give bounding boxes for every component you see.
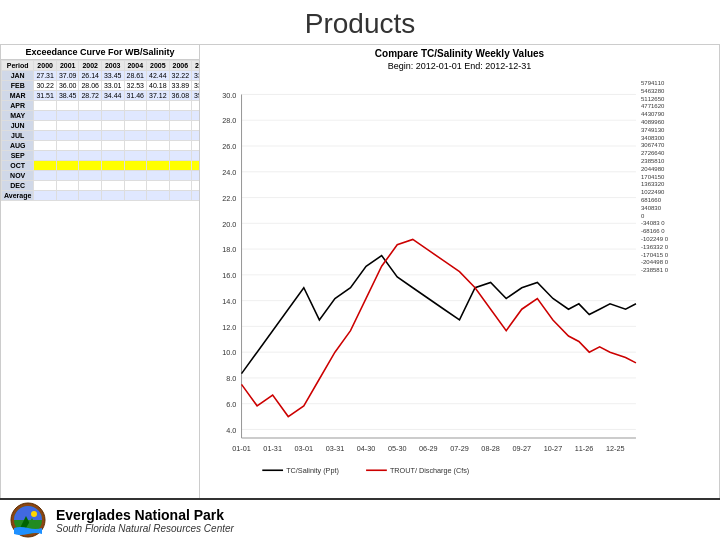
cell-value: 38.45: [56, 91, 79, 101]
left-panel: Exceedance Curve For WB/Salinity Period …: [0, 44, 200, 504]
cell-period: SEP: [2, 151, 34, 161]
cell-value: [34, 181, 57, 191]
table-row: MAY: [2, 111, 201, 121]
col-header-2006: 2006: [169, 61, 192, 71]
svg-text:22.0: 22.0: [222, 194, 236, 203]
cell-period: APR: [2, 101, 34, 111]
cell-value: 31.51: [34, 91, 57, 101]
svg-text:30.0: 30.0: [222, 91, 236, 100]
cell-value: [101, 131, 124, 141]
svg-text:20.0: 20.0: [222, 219, 236, 228]
col-header-2000: 2000: [34, 61, 57, 71]
cell-value: 33.47: [192, 81, 200, 91]
cell-value: [101, 101, 124, 111]
cell-value: 31.46: [124, 91, 147, 101]
svg-text:09-27: 09-27: [513, 444, 532, 453]
cell-value: [56, 101, 79, 111]
cell-value: [147, 161, 170, 171]
cell-period: AUG: [2, 141, 34, 151]
cell-value: [101, 151, 124, 161]
cell-value: [34, 141, 57, 151]
cell-value: [169, 121, 192, 131]
footer-text: Everglades National Park South Florida N…: [56, 507, 234, 534]
cell-value: [79, 101, 102, 111]
legend-value: 2726640: [639, 150, 719, 158]
svg-text:24.0: 24.0: [222, 168, 236, 177]
cell-value: [169, 161, 192, 171]
legend-value: 2044980: [639, 166, 719, 174]
table-body: JAN27.3137.0926.1433.4528.6142.4432.2233…: [2, 71, 201, 201]
legend-value: 4089960: [639, 119, 719, 127]
cell-value: [169, 111, 192, 121]
cell-period: Average: [2, 191, 34, 201]
cell-value: [147, 191, 170, 201]
cell-value: [124, 191, 147, 201]
svg-text:07-29: 07-29: [450, 444, 469, 453]
svg-text:12-25: 12-25: [606, 444, 625, 453]
cell-value: 35.10: [192, 91, 200, 101]
svg-text:10.0: 10.0: [222, 348, 236, 357]
col-header-period: Period: [2, 61, 34, 71]
cell-period: JAN: [2, 71, 34, 81]
right-legend: 5794110546328051126504771620443079040899…: [639, 80, 719, 275]
col-header-2004: 2004: [124, 61, 147, 71]
cell-value: 28.72: [79, 91, 102, 101]
legend-value: 1704150: [639, 174, 719, 182]
legend-value: 5794110: [639, 80, 719, 88]
col-header-2005: 2005: [147, 61, 170, 71]
page-title: Products: [0, 0, 720, 44]
svg-text:18.0: 18.0: [222, 245, 236, 254]
cell-value: [101, 191, 124, 201]
legend-value: -238581 0: [639, 267, 719, 275]
cell-value: 37.09: [56, 71, 79, 81]
exceedance-title: Exceedance Curve For WB/Salinity: [1, 45, 199, 60]
cell-period: JUN: [2, 121, 34, 131]
cell-value: [192, 141, 200, 151]
legend-value: 5463280: [639, 88, 719, 96]
table-row: JUL: [2, 131, 201, 141]
cell-value: [34, 191, 57, 201]
table-row: OCT: [2, 161, 201, 171]
main-content: Exceedance Curve For WB/Salinity Period …: [0, 44, 720, 504]
cell-value: [169, 181, 192, 191]
cell-value: 40.18: [147, 81, 170, 91]
cell-value: 37.12: [147, 91, 170, 101]
cell-value: [147, 151, 170, 161]
svg-text:05-30: 05-30: [388, 444, 407, 453]
cell-value: [79, 191, 102, 201]
svg-text:16.0: 16.0: [222, 271, 236, 280]
cell-value: 33.45: [101, 71, 124, 81]
legend-value: 3408300: [639, 135, 719, 143]
svg-text:TC/Salinity (Ppt): TC/Salinity (Ppt): [286, 466, 339, 475]
cell-value: [101, 121, 124, 131]
svg-point-49: [31, 511, 37, 517]
cell-value: [79, 111, 102, 121]
cell-value: [56, 191, 79, 201]
svg-text:TROUT/ Discharge (Cfs): TROUT/ Discharge (Cfs): [390, 466, 469, 475]
cell-value: [192, 121, 200, 131]
cell-period: DEC: [2, 181, 34, 191]
cell-value: [169, 171, 192, 181]
cell-value: [192, 191, 200, 201]
table-row: SEP: [2, 151, 201, 161]
svg-text:28.0: 28.0: [222, 116, 236, 125]
legend-value: 681660: [639, 197, 719, 205]
cell-value: 33.01: [101, 81, 124, 91]
cell-value: [147, 101, 170, 111]
cell-value: [147, 111, 170, 121]
cell-value: [169, 151, 192, 161]
cell-value: 36.00: [56, 81, 79, 91]
cell-value: [56, 181, 79, 191]
cell-value: [147, 141, 170, 151]
cell-value: 27.31: [34, 71, 57, 81]
cell-value: [34, 101, 57, 111]
legend-value: -136332 0: [639, 244, 719, 252]
svg-text:8.0: 8.0: [226, 374, 236, 383]
cell-period: FEB: [2, 81, 34, 91]
park-name: Everglades National Park: [56, 507, 234, 523]
cell-value: [192, 151, 200, 161]
legend-value: 2385810: [639, 158, 719, 166]
col-header-2007: 2007: [192, 61, 200, 71]
legend-value: -68166 0: [639, 228, 719, 236]
cell-value: 42.44: [147, 71, 170, 81]
